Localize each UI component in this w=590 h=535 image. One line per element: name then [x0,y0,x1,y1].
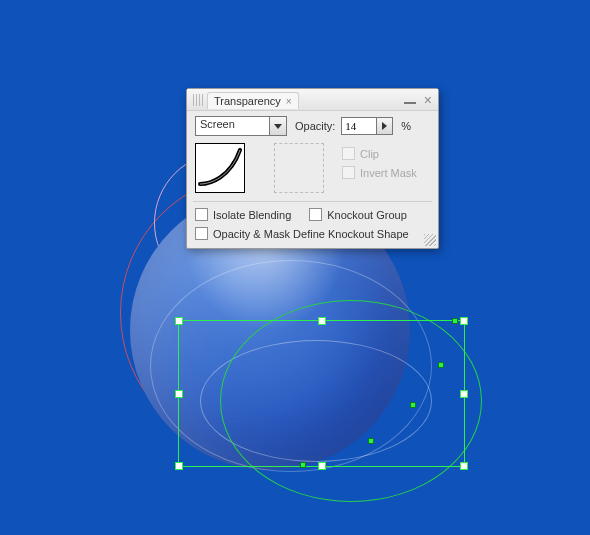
transparency-panel[interactable]: Transparency × × Screen Opacity: % [186,88,439,249]
opacity-mask-define-label: Opacity & Mask Define Knockout Shape [213,228,409,240]
checkbox-icon [342,147,355,160]
panel-title: Transparency [214,95,281,107]
checkbox-icon [342,166,355,179]
tab-close-icon[interactable]: × [286,96,292,107]
chevron-down-icon [274,124,282,129]
blend-mode-value: Screen [196,117,269,135]
panel-row-thumbs: Clip Invert Mask [187,139,438,199]
anchor-point[interactable] [410,402,416,408]
chevron-right-icon [382,122,387,130]
selection-handle[interactable] [175,317,183,325]
panel-row-opacity-mask-define: Opacity & Mask Define Knockout Shape [187,225,438,248]
selection-handle[interactable] [318,317,326,325]
opacity-stepper[interactable] [376,117,393,135]
opacity-field[interactable] [341,117,393,135]
selection-handle[interactable] [318,462,326,470]
panel-divider [193,201,432,202]
anchor-point[interactable] [452,318,458,324]
selection-handle[interactable] [460,317,468,325]
isolate-blending-checkbox[interactable]: Isolate Blending [195,208,291,221]
isolate-blending-label: Isolate Blending [213,209,291,221]
checkbox-icon[interactable] [309,208,322,221]
panel-row-isolate: Isolate Blending Knockout Group [187,204,438,225]
object-thumbnail[interactable] [195,143,245,193]
selection-handle[interactable] [460,462,468,470]
blend-mode-select[interactable]: Screen [195,116,287,136]
clip-checkbox: Clip [342,147,417,160]
panel-close-icon[interactable]: × [424,94,432,106]
clip-label: Clip [360,148,379,160]
knockout-group-label: Knockout Group [327,209,407,221]
panel-row-blend: Screen Opacity: % [187,111,438,139]
checkbox-icon[interactable] [195,227,208,240]
checkbox-icon[interactable] [195,208,208,221]
mask-thumbnail-empty[interactable] [274,143,324,193]
panel-resize-grip-icon[interactable] [424,234,436,246]
opacity-unit: % [401,120,411,132]
knockout-group-checkbox[interactable]: Knockout Group [309,208,407,221]
selection-handle[interactable] [175,390,183,398]
link-mask-icon[interactable] [255,161,264,175]
dropdown-button[interactable] [269,117,286,135]
opacity-mask-define-checkbox[interactable]: Opacity & Mask Define Knockout Shape [195,227,430,240]
invert-mask-checkbox: Invert Mask [342,166,417,179]
illustrator-canvas[interactable]: Transparency × × Screen Opacity: % [0,0,590,535]
panel-minimize-icon[interactable] [404,102,416,104]
selection-handle[interactable] [460,390,468,398]
invert-mask-label: Invert Mask [360,167,417,179]
panel-tab-transparency[interactable]: Transparency × [207,92,299,109]
anchor-point[interactable] [438,362,444,368]
panel-gripper-icon[interactable] [193,94,203,106]
opacity-label: Opacity: [295,120,335,132]
anchor-point[interactable] [300,462,306,468]
selection-handle[interactable] [175,462,183,470]
selection-bounding-box[interactable] [178,320,465,467]
panel-titlebar[interactable]: Transparency × × [187,89,438,111]
anchor-point[interactable] [368,438,374,444]
opacity-input[interactable] [341,117,376,135]
